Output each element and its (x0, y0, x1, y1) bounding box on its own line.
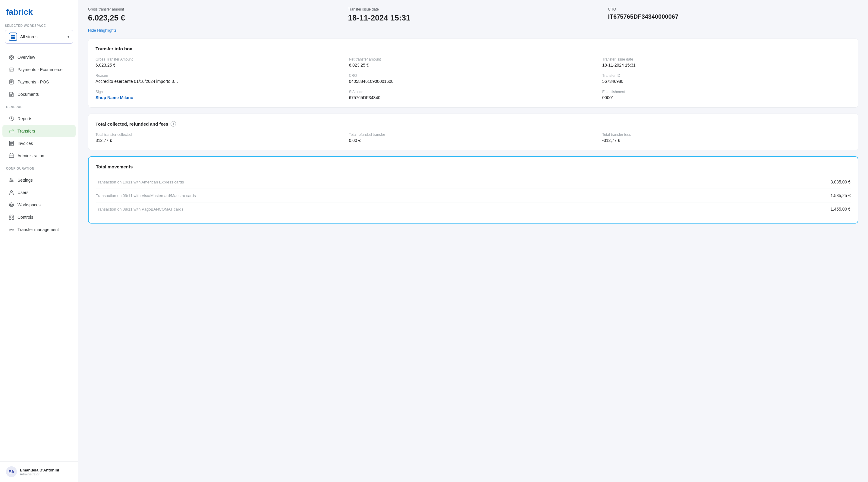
info-tid-label: Transfer ID (602, 73, 851, 78)
main-content: Gross transfer amount 6.023,25 € Transfe… (79, 0, 868, 482)
user-role: Administrator (20, 472, 72, 476)
sidebar-item-workspaces[interactable]: Workspaces (2, 199, 76, 211)
fees-total: Total transfer fees -312,77 € (602, 133, 851, 143)
fees-card-title: Total collected, refunded and fees (96, 121, 168, 127)
users-icon (8, 190, 14, 195)
movement-amount: 3.035,00 € (831, 180, 850, 184)
info-net-value: 6.023,25 € (349, 63, 598, 67)
sidebar-item-label: Invoices (18, 141, 33, 146)
sidebar-item-label: Administration (18, 153, 44, 158)
workspace-section: SELECTED WORKSPACE All stores ▾ (0, 22, 78, 49)
workspace-name: All stores (20, 34, 64, 39)
highlight-gross-label: Gross transfer amount (88, 7, 338, 11)
sidebar-item-label: Payments - POS (18, 79, 49, 84)
info-date-label: Transfer issue date (602, 57, 851, 61)
movement-row: Transaction on 09/11 with Visa/Mastercar… (96, 189, 850, 202)
info-gross-amount: Gross Transfer Amount 6.023,25 € (96, 57, 344, 67)
hide-highlights-link[interactable]: Hide Hihghlights (88, 28, 117, 33)
svg-rect-10 (9, 68, 14, 71)
svg-rect-24 (9, 154, 14, 158)
info-gross-value: 6.023,25 € (96, 63, 344, 67)
payments-pos-icon (8, 79, 14, 85)
highlight-date-value: 18-11-2024 15:31 (348, 13, 598, 23)
svg-point-5 (10, 56, 12, 58)
highlight-gross-value: 6.023,25 € (88, 13, 338, 23)
sidebar-item-label: Reports (18, 116, 32, 121)
general-section-label: GENERAL (0, 103, 78, 110)
highlights-row: Gross transfer amount 6.023,25 € Transfe… (88, 7, 858, 23)
settings-icon (8, 177, 14, 183)
sidebar-item-label: Workspaces (18, 202, 41, 207)
sidebar-item-label: Settings (18, 178, 33, 183)
fees-collected: Total transfer collected 312,77 € (96, 133, 344, 143)
workspace-label: SELECTED WORKSPACE (5, 24, 73, 27)
svg-rect-1 (13, 35, 15, 36)
transfer-management-icon (8, 227, 14, 232)
sidebar-item-administration[interactable]: Administration (2, 150, 76, 162)
info-net-label: Net transfer amount (349, 57, 598, 61)
highlight-transfer-date: Transfer issue date 18-11-2024 15:31 (348, 7, 598, 23)
sidebar-item-settings[interactable]: Settings (2, 174, 76, 186)
fees-collected-label: Total transfer collected (96, 133, 344, 137)
info-reason-value: Accredito esercente 01/10/2024 importo 3… (96, 79, 180, 84)
movement-label: Transaction on 10/11 with American Expre… (96, 180, 184, 184)
svg-rect-40 (9, 218, 11, 220)
config-nav: Settings Users Wo (0, 171, 78, 238)
fees-refunded: Total refunded transfer 0,00 € (349, 133, 598, 143)
movement-row: Transaction on 10/11 with American Expre… (96, 175, 850, 189)
sidebar-item-overview[interactable]: Overview (2, 51, 76, 63)
info-tid-value: 567346980 (602, 79, 851, 84)
sidebar-item-invoices[interactable]: Invoices (2, 137, 76, 150)
svg-rect-0 (11, 35, 13, 36)
user-info: Emanuela D'Antonini Administrator (20, 468, 72, 476)
fees-grid: Total transfer collected 312,77 € Total … (96, 133, 851, 143)
sidebar-item-payments-ecommerce[interactable]: Payments - Ecommerce (2, 64, 76, 75)
fees-total-value: -312,77 € (602, 138, 851, 143)
info-date-value: 18-11-2024 15:31 (602, 63, 851, 67)
workspaces-icon (8, 202, 14, 208)
workspace-selector[interactable]: All stores ▾ (5, 30, 73, 44)
sidebar-item-transfer-management[interactable]: Transfer management (2, 224, 76, 235)
svg-point-33 (10, 181, 11, 182)
fees-total-label: Total transfer fees (602, 133, 851, 137)
info-issue-date: Transfer issue date 18-11-2024 15:31 (602, 57, 851, 67)
sidebar-item-transfers[interactable]: Transfers (2, 125, 76, 137)
info-sia: SIA code 675765DF34340 (349, 90, 598, 100)
sidebar-item-label: Payments - Ecommerce (18, 67, 62, 72)
movement-row: Transaction on 08/11 with PagoBANCOMAT c… (96, 202, 850, 216)
movement-label: Transaction on 09/11 with Visa/Mastercar… (96, 193, 196, 198)
fees-card: Total collected, refunded and fees i Tot… (88, 114, 858, 150)
sidebar-item-reports[interactable]: Reports (2, 113, 76, 125)
sidebar-item-label: Documents (18, 92, 39, 97)
transfers-icon (8, 128, 14, 134)
movements-list: Transaction on 10/11 with American Expre… (96, 175, 850, 216)
info-cro-label: CRO (349, 73, 598, 78)
sidebar: fabrick SELECTED WORKSPACE All stores ▾ (0, 0, 79, 482)
config-section-label: CONFIGURATION (0, 164, 78, 171)
info-sia-value: 675765DF34340 (349, 95, 598, 100)
info-transfer-id: Transfer ID 567346980 (602, 73, 851, 84)
sidebar-item-label: Controls (18, 215, 33, 220)
sidebar-item-payments-pos[interactable]: Payments - POS (2, 76, 76, 88)
movements-card: Total movements Transaction on 10/11 wit… (88, 156, 858, 224)
sidebar-item-documents[interactable]: Documents (2, 88, 76, 100)
info-est-label: Establishment (602, 90, 851, 94)
highlight-gross-transfer: Gross transfer amount 6.023,25 € (88, 7, 338, 23)
sidebar-footer: EA Emanuela D'Antonini Administrator (0, 461, 78, 482)
main-inner: Gross transfer amount 6.023,25 € Transfe… (79, 0, 868, 237)
sidebar-item-controls[interactable]: Controls (2, 211, 76, 223)
sidebar-item-users[interactable]: Users (2, 187, 76, 198)
sidebar-item-label: Transfer management (18, 227, 59, 232)
info-net-amount: Net transfer amount 6.023,25 € (349, 57, 598, 67)
transfer-info-grid: Gross Transfer Amount 6.023,25 € Net tra… (96, 57, 851, 100)
highlight-cro: CRO IT675765DF34340000067 (608, 7, 858, 23)
svg-rect-3 (13, 37, 15, 39)
logo-area: fabrick (0, 0, 78, 22)
avatar: EA (6, 466, 17, 477)
user-name: Emanuela D'Antonini (20, 468, 72, 472)
info-reason-label: Reason (96, 73, 344, 78)
controls-icon (8, 214, 14, 220)
fees-refunded-value: 0,00 € (349, 138, 598, 143)
sidebar-item-label: Transfers (18, 129, 35, 133)
info-sign-label: Sign (96, 90, 344, 94)
